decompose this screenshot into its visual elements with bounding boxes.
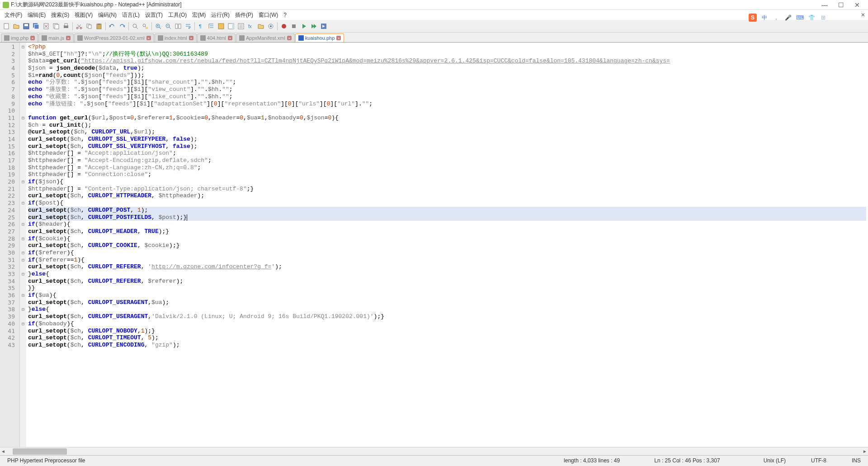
- ime-punct-icon[interactable]: ,: [772, 14, 780, 22]
- app-icon: [3, 2, 9, 8]
- tab-label: kuaishou.php: [305, 35, 335, 41]
- ime-grid-icon[interactable]: ⊞: [819, 14, 827, 22]
- ime-skin-icon[interactable]: 👕: [807, 14, 816, 22]
- save-button[interactable]: [22, 22, 31, 31]
- close-all-button[interactable]: [52, 22, 61, 31]
- tab-label: 404.html: [207, 35, 226, 41]
- tab-label: main.js: [48, 35, 64, 41]
- doc-map-button[interactable]: [226, 22, 236, 31]
- toolbar-separator: [277, 22, 278, 30]
- find-button[interactable]: [131, 22, 140, 31]
- svg-rect-15: [98, 24, 100, 25]
- paste-button[interactable]: [94, 22, 104, 31]
- minimize-button[interactable]: —: [816, 1, 833, 9]
- monitor-button[interactable]: [266, 22, 275, 31]
- zoom-out-button[interactable]: [164, 22, 173, 31]
- maximize-button[interactable]: ☐: [833, 1, 849, 9]
- fold-gutter[interactable]: ⊟⊟⊟⊟⊟⊟⊟⊟⊟⊟⊟⊟: [20, 43, 26, 447]
- tab-AppxManifest-xml[interactable]: AppxManifest.xml×: [236, 33, 295, 42]
- menu-macro[interactable]: 宏(M): [189, 10, 208, 20]
- new-file-button[interactable]: [2, 22, 11, 31]
- status-encoding[interactable]: UTF-8: [807, 457, 830, 464]
- menu-tools[interactable]: 工具(O): [165, 10, 189, 20]
- menu-language[interactable]: 语言(L): [119, 10, 142, 20]
- tab-index-html[interactable]: index.html×: [155, 33, 197, 42]
- horizontal-scrollbar[interactable]: ◄ ►: [0, 447, 868, 455]
- wrap-button[interactable]: [184, 22, 193, 31]
- menu-help[interactable]: ?: [281, 11, 289, 19]
- tab-404-html[interactable]: 404.html×: [197, 33, 236, 42]
- zoom-in-button[interactable]: [154, 22, 163, 31]
- close-file-button[interactable]: [42, 22, 51, 31]
- tab-close-icon[interactable]: ×: [336, 36, 341, 40]
- ime-keyboard-icon[interactable]: ⌨: [796, 14, 804, 22]
- file-icon: [200, 35, 206, 41]
- folder-workspace-button[interactable]: [256, 22, 265, 31]
- file-icon: [4, 35, 9, 41]
- status-eol[interactable]: Unix (LF): [760, 457, 789, 464]
- menu-settings[interactable]: 设置(T): [142, 10, 165, 20]
- redo-button[interactable]: [118, 22, 127, 31]
- open-file-button[interactable]: [12, 22, 21, 31]
- menu-window[interactable]: 窗口(W): [256, 10, 281, 20]
- doc-list-button[interactable]: [236, 22, 245, 31]
- line-number-gutter: 1234567891011121314151617181920212223242…: [0, 43, 20, 447]
- tab-main-js[interactable]: main.js×: [38, 33, 74, 42]
- copy-button[interactable]: [85, 22, 94, 31]
- tab-WordPress-2023-01-02-xml[interactable]: WordPress.2023-01-02.xml×: [74, 33, 154, 42]
- ime-lang-icon[interactable]: 中: [760, 14, 769, 22]
- tab-close-icon[interactable]: ×: [146, 36, 151, 40]
- save-macro-button[interactable]: [319, 22, 328, 31]
- scroll-left-arrow[interactable]: ◄: [0, 449, 6, 454]
- menu-plugins[interactable]: 插件(P): [232, 10, 256, 20]
- undo-button[interactable]: [108, 22, 117, 31]
- file-icon: [239, 35, 245, 41]
- tab-close-icon[interactable]: ×: [287, 36, 292, 40]
- tab-label: AppxManifest.xml: [246, 35, 285, 41]
- print-button[interactable]: [61, 22, 71, 31]
- menu-search[interactable]: 搜索(S): [48, 10, 72, 20]
- tab-close-icon[interactable]: ×: [189, 36, 193, 40]
- record-macro-button[interactable]: [279, 22, 288, 31]
- stop-macro-button[interactable]: [289, 22, 298, 31]
- menu-encoding[interactable]: 编码(N): [95, 10, 119, 20]
- svg-rect-4: [34, 24, 39, 29]
- status-position: Ln : 25 Col : 46 Pos : 3,307: [651, 457, 723, 464]
- close-button[interactable]: ✕: [849, 1, 865, 9]
- tab-close-icon[interactable]: ×: [30, 36, 35, 40]
- menu-edit[interactable]: 编辑(E): [25, 10, 48, 20]
- play-macro-button[interactable]: [299, 22, 308, 31]
- cut-button[interactable]: [75, 22, 84, 31]
- function-list-button[interactable]: fx: [246, 22, 255, 31]
- scroll-thumb[interactable]: [13, 448, 67, 455]
- ime-sogou-icon[interactable]: S: [749, 14, 757, 22]
- tab-close-icon[interactable]: ×: [228, 36, 232, 40]
- scroll-right-arrow[interactable]: ►: [862, 449, 868, 454]
- sync-scroll-button[interactable]: [174, 22, 183, 31]
- svg-text:fx: fx: [248, 24, 252, 29]
- code-editor[interactable]: <?php$hh=$_GET["hh"]?:"\n";//换行符号(默认\n)Q…: [26, 43, 868, 447]
- replace-button[interactable]: [141, 22, 150, 31]
- menu-view[interactable]: 视图(V): [72, 10, 95, 20]
- play-multiple-button[interactable]: [309, 22, 318, 31]
- toolbar-separator: [72, 22, 73, 30]
- svg-text:¶: ¶: [199, 24, 202, 29]
- show-all-chars-button[interactable]: ¶: [197, 22, 206, 31]
- tab-img-php[interactable]: img.php×: [1, 33, 38, 42]
- status-insert-mode[interactable]: INS: [848, 457, 864, 464]
- tab-close-icon[interactable]: ×: [66, 36, 71, 40]
- save-all-button[interactable]: [32, 22, 41, 31]
- tab-label: index.html: [165, 35, 187, 41]
- ime-toolbar: S 中 , 🎤 ⌨ 👕 ⊞: [749, 14, 827, 22]
- indent-guide-button[interactable]: [207, 22, 216, 31]
- menu-run[interactable]: 运行(R): [208, 10, 232, 20]
- ime-mic-icon[interactable]: 🎤: [784, 14, 792, 22]
- svg-rect-22: [179, 24, 181, 29]
- svg-rect-13: [88, 25, 91, 29]
- menu-close-x[interactable]: ✕: [861, 12, 865, 18]
- tab-label: img.php: [11, 35, 28, 41]
- menu-file[interactable]: 文件(F): [2, 10, 25, 20]
- toolbar-separator: [128, 22, 129, 30]
- user-lang-button[interactable]: [217, 22, 226, 31]
- tab-kuaishou-php[interactable]: kuaishou.php×: [295, 33, 344, 42]
